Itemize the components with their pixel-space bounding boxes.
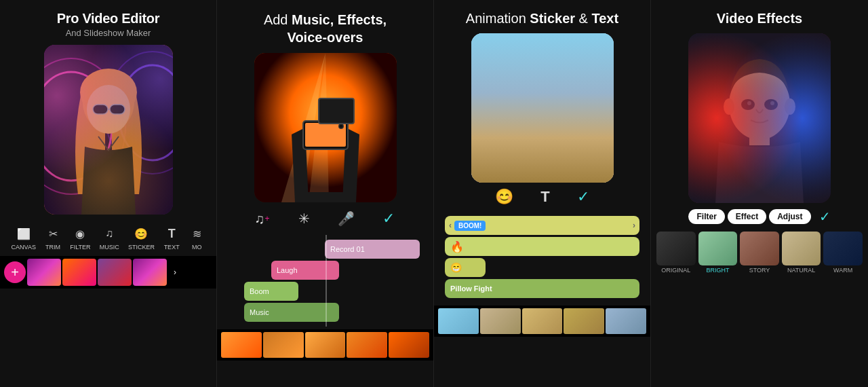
p3-text-icon[interactable]: T (540, 188, 549, 206)
toolbar-trim[interactable]: ✂ TRIM (45, 225, 61, 251)
microphone-icon[interactable]: 🎤 (336, 208, 357, 229)
p2-film-thumb-3 (305, 332, 346, 358)
p2-film-thumb-5 (389, 332, 429, 358)
svg-rect-30 (688, 33, 831, 203)
preset-natural-label: NATURAL (787, 267, 815, 274)
toolbar-canvas[interactable]: ⬜ CANVAS (12, 225, 36, 251)
p2-main-image (254, 53, 397, 202)
adjust-button[interactable]: Adjust (769, 209, 810, 224)
film-thumb-1 (27, 259, 61, 286)
svg-text:BOOM!: BOOM! (556, 60, 587, 71)
track-boom-label: Boom (250, 287, 269, 295)
preset-warm-label: WARM (833, 267, 852, 274)
filter-button[interactable]: Filter (688, 209, 724, 224)
svg-rect-40 (688, 33, 831, 203)
p2-film-thumb-2 (263, 332, 304, 358)
preset-bright-thumb (698, 232, 738, 265)
p1-person-svg (44, 45, 173, 215)
filter-label: FILTER (70, 244, 90, 251)
preset-story-label: STORY (749, 267, 770, 274)
preset-bright[interactable]: BRIGHT (698, 232, 738, 274)
filter-confirm-icon[interactable]: ✓ (819, 208, 831, 225)
svg-rect-18 (471, 149, 614, 183)
p1-subtitle: And Slideshow Maker (14, 28, 203, 38)
svg-point-32 (729, 69, 790, 140)
preset-warm[interactable]: WARM (823, 232, 863, 274)
panel-pro-video-editor: Pro Video Editor And Slideshow Maker (0, 0, 217, 387)
filter-icon: ◉ (72, 225, 88, 242)
p3-fire-track[interactable]: 🔥 (445, 237, 639, 256)
sticker-label: STICKER (128, 244, 155, 251)
preset-story[interactable]: STORY (740, 232, 779, 274)
effects-icon[interactable]: ✳ (294, 208, 315, 229)
preset-bright-label: BRIGHT (706, 267, 729, 274)
svg-point-33 (724, 98, 734, 115)
p2-title: Add Music, Effects,Voice-overs (231, 11, 420, 46)
p3-timeline: ‹ BOOM! › 🔥 😁 Pillow Fight (434, 211, 650, 303)
confirm-icon[interactable]: ✓ (378, 208, 399, 229)
svg-point-21 (525, 156, 533, 164)
p3-main-image: BOOM! (471, 33, 614, 183)
pillow-fight-label: Pillow Fight (450, 284, 492, 293)
toolbar-sticker[interactable]: 😊 STICKER (128, 225, 155, 251)
sticker-nav-right[interactable]: › (633, 221, 635, 230)
film-nav-arrow[interactable]: › (168, 265, 182, 279)
film-thumb-2 (62, 259, 96, 286)
p4-title: Video Effects (665, 11, 854, 26)
p1-photo-bg (44, 45, 173, 215)
preset-original-thumb (656, 232, 696, 265)
svg-point-37 (747, 101, 751, 105)
preset-original-label: ORIGINAL (661, 267, 690, 274)
music-note-add-icon[interactable]: ♫+ (252, 208, 273, 229)
p2-film-thumb-4 (347, 332, 387, 358)
p2-film-thumb-1 (221, 332, 262, 358)
timeline-cursor (326, 235, 327, 327)
p2-concert-svg (254, 53, 397, 202)
p3-filmstrip (434, 306, 650, 337)
track-laugh[interactable]: Laugh (271, 261, 339, 280)
p2-controls: ♫+ ✳ 🎤 ✓ (217, 202, 433, 235)
panel-video-effects: Video Effects (651, 0, 868, 387)
toolbar-mo[interactable]: ≋ MO (189, 225, 205, 251)
film-thumb-4 (133, 259, 167, 286)
track-record[interactable]: Record 01 (325, 240, 420, 259)
svg-point-38 (770, 101, 774, 105)
p1-header: Pro Video Editor And Slideshow Maker (0, 0, 216, 45)
toolbar-text[interactable]: T TEXT (163, 225, 180, 251)
canvas-label: CANVAS (12, 244, 36, 251)
p4-header: Video Effects (651, 0, 868, 33)
preset-bright-image (698, 232, 738, 265)
toolbar-filter[interactable]: ◉ FILTER (70, 225, 90, 251)
p4-main-image (688, 33, 831, 203)
add-button[interactable]: + (4, 261, 26, 283)
happy-emoji: 😁 (450, 262, 462, 273)
svg-point-36 (764, 99, 778, 110)
p3-pillow-fight-track[interactable]: Pillow Fight (445, 279, 639, 298)
track-boom[interactable]: Boom (244, 282, 298, 301)
preset-story-thumb (740, 232, 779, 265)
svg-rect-20 (519, 152, 580, 159)
p3-emoji-track[interactable]: 😁 (445, 258, 486, 277)
svg-rect-39 (688, 33, 831, 203)
p3-emoji-icon[interactable]: 😊 (495, 188, 513, 206)
p2-photo-bg (254, 53, 397, 202)
toolbar-music[interactable]: ♫ MUSIC (100, 225, 119, 251)
p4-portrait-svg (688, 33, 831, 203)
effect-button[interactable]: Effect (728, 209, 766, 224)
preset-original[interactable]: ORIGINAL (656, 232, 696, 274)
p3-sticker-track[interactable]: ‹ BOOM! › (445, 216, 639, 235)
track-record-label: Record 01 (330, 245, 365, 253)
svg-marker-28 (553, 40, 600, 84)
preset-natural[interactable]: NATURAL (782, 232, 821, 274)
preset-story-image (740, 232, 779, 265)
p3-film-thumb-1 (438, 308, 479, 334)
p3-confirm-icon[interactable]: ✓ (577, 188, 589, 206)
svg-rect-8 (93, 105, 108, 114)
sticker-nav-left[interactable]: ‹ (449, 221, 452, 230)
p3-film-thumb-3 (522, 308, 563, 334)
mo-icon: ≋ (189, 225, 205, 242)
p1-toolbar: ⬜ CANVAS ✂ TRIM ◉ FILTER ♫ MUSIC 😊 STICK… (0, 220, 216, 253)
svg-point-34 (785, 98, 795, 115)
svg-point-15 (339, 125, 342, 128)
p3-film-thumb-2 (480, 308, 521, 334)
